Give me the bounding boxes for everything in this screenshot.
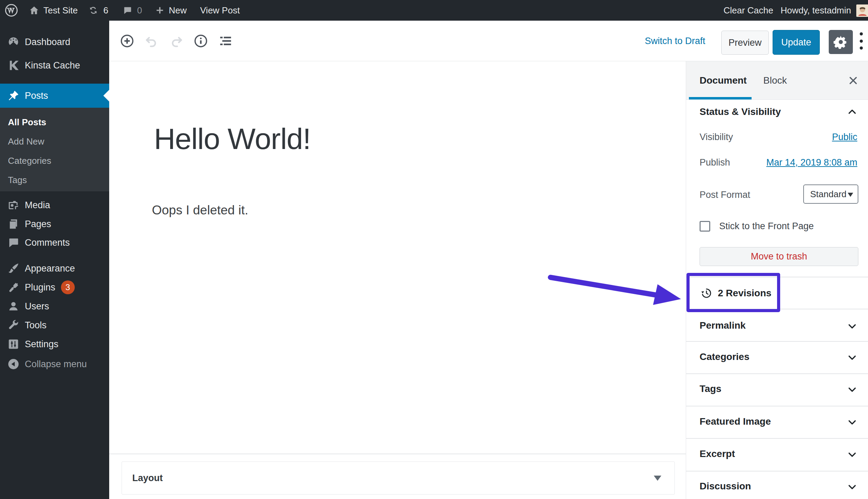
pages-icon <box>7 218 20 230</box>
close-settings-icon[interactable] <box>848 75 858 86</box>
view-post-link[interactable]: View Post <box>200 0 240 21</box>
sidebar-subitem-tags[interactable]: Tags <box>0 172 109 188</box>
sidebar-item-label: Kinsta Cache <box>25 60 80 71</box>
pushpin-icon <box>7 89 20 102</box>
sidebar-item-label: Users <box>25 301 49 312</box>
move-to-trash-button[interactable]: Move to trash <box>700 247 858 266</box>
settings-gear-button[interactable] <box>829 30 853 54</box>
post-paragraph[interactable]: Oops I deleted it. <box>152 203 248 217</box>
sidebar-item-appearance[interactable]: Appearance <box>0 259 109 278</box>
sidebar-item-settings[interactable]: Settings <box>0 335 109 353</box>
post-title[interactable]: Hello World! <box>154 123 311 155</box>
clear-cache-link[interactable]: Clear Cache <box>723 0 773 21</box>
chevron-down-icon[interactable] <box>847 417 857 427</box>
appearance-brush-icon <box>7 262 20 275</box>
section-excerpt[interactable]: Excerpt <box>700 448 735 459</box>
divider <box>686 309 868 309</box>
switch-to-draft-link[interactable]: Switch to Draft <box>645 21 705 61</box>
sidebar-subitem-categories[interactable]: Categories <box>0 153 109 169</box>
block-navigation-button[interactable] <box>218 34 233 48</box>
kinsta-k-icon <box>7 59 20 72</box>
wordpress-logo-icon[interactable] <box>4 0 18 21</box>
avatar[interactable] <box>856 4 868 17</box>
layout-metabox-toggle[interactable] <box>654 476 661 481</box>
sidebar-item-kinsta-cache[interactable]: Kinsta Cache <box>0 56 109 75</box>
dashboard-gauge-icon <box>7 36 20 48</box>
sidebar-item-pages[interactable]: Pages <box>0 215 109 233</box>
metabox-divider <box>109 454 686 454</box>
settings-tabbar: Document Block <box>686 61 868 100</box>
section-permalink[interactable]: Permalink <box>700 320 746 331</box>
divider <box>686 341 868 342</box>
content-structure-button[interactable] <box>194 34 208 48</box>
sidebar-item-media[interactable]: Media <box>0 196 109 214</box>
chevron-down-icon[interactable] <box>847 450 857 459</box>
layout-metabox: Layout <box>122 461 675 495</box>
admin-bar: Test Site 6 0 New View Post Clear Cache <box>0 0 868 21</box>
sidebar-item-label: Collapse menu <box>25 359 87 370</box>
undo-button[interactable] <box>144 34 159 48</box>
howdy-account-link[interactable]: Howdy, testadmin <box>781 0 851 21</box>
post-format-select[interactable]: Standard <box>803 184 858 204</box>
chevron-down-icon[interactable] <box>847 321 857 331</box>
sticky-label: Stick to the Front Page <box>719 221 814 232</box>
tab-block[interactable]: Block <box>763 61 787 100</box>
more-options-button[interactable] <box>860 32 863 50</box>
section-featured-image[interactable]: Featured Image <box>700 416 771 427</box>
site-menu-item[interactable]: Test Site <box>29 0 78 21</box>
publish-value-link[interactable]: Mar 14, 2019 8:08 am <box>766 157 857 168</box>
revisions-row[interactable]: 2 Revisions <box>686 277 868 309</box>
update-button[interactable]: Update <box>773 30 820 55</box>
admin-sidebar: Dashboard Kinsta Cache Posts All Posts A… <box>0 21 109 499</box>
post-format-label: Post Format <box>700 190 750 200</box>
select-caret-icon <box>848 193 853 197</box>
sidebar-item-collapse-menu[interactable]: Collapse menu <box>0 355 109 373</box>
sidebar-item-label: Settings <box>25 339 59 350</box>
add-block-button[interactable] <box>120 34 134 48</box>
chevron-down-icon[interactable] <box>847 353 857 362</box>
sidebar-item-label: Appearance <box>25 263 75 274</box>
revisions-label: 2 Revisions <box>718 288 772 299</box>
new-menu-item[interactable]: New <box>155 0 187 21</box>
chevron-down-icon[interactable] <box>847 385 857 394</box>
wordpress-editor-screen: Test Site 6 0 New View Post Clear Cache <box>0 0 868 499</box>
sidebar-item-plugins[interactable]: Plugins 3 <box>0 278 109 297</box>
sidebar-item-label: Dashboard <box>25 37 70 47</box>
sticky-checkbox[interactable] <box>700 221 710 232</box>
sidebar-subitem-add-new[interactable]: Add New <box>0 134 109 149</box>
divider <box>686 373 868 374</box>
post-format-value: Standard <box>810 189 847 200</box>
sidebar-item-dashboard[interactable]: Dashboard <box>0 33 109 51</box>
redo-button[interactable] <box>169 34 184 48</box>
sidebar-item-comments[interactable]: Comments <box>0 233 109 252</box>
status-visibility-heading[interactable]: Status & Visibility <box>700 106 781 117</box>
section-tags[interactable]: Tags <box>700 383 721 394</box>
section-discussion[interactable]: Discussion <box>700 481 751 492</box>
sidebar-item-label: Comments <box>25 237 70 248</box>
users-person-icon <box>7 300 20 312</box>
chevron-up-icon[interactable] <box>847 107 857 117</box>
sidebar-item-users[interactable]: Users <box>0 297 109 316</box>
updates-icon <box>88 5 99 15</box>
sidebar-subitem-all-posts[interactable]: All Posts <box>0 114 109 130</box>
comments-menu-item[interactable]: 0 <box>123 0 142 21</box>
active-tab-underline <box>689 97 752 99</box>
preview-button[interactable]: Preview <box>721 31 769 55</box>
visibility-label: Visibility <box>700 132 733 142</box>
active-item-arrow <box>103 90 109 102</box>
tab-document[interactable]: Document <box>700 61 747 100</box>
visibility-value-link[interactable]: Public <box>832 132 857 142</box>
comment-icon <box>123 6 132 15</box>
sidebar-item-posts[interactable]: Posts <box>0 84 109 108</box>
section-categories[interactable]: Categories <box>700 351 750 362</box>
publish-label: Publish <box>700 157 730 168</box>
settings-sliders-icon <box>7 338 20 350</box>
divider <box>686 406 868 406</box>
sidebar-item-label: Tools <box>25 320 46 331</box>
chevron-down-icon[interactable] <box>847 482 857 492</box>
sidebar-item-label: Pages <box>25 219 51 230</box>
sidebar-item-tools[interactable]: Tools <box>0 316 109 335</box>
updates-menu-item[interactable]: 6 <box>88 0 108 21</box>
comments-count: 0 <box>137 5 142 16</box>
plugins-update-badge: 3 <box>61 280 75 294</box>
